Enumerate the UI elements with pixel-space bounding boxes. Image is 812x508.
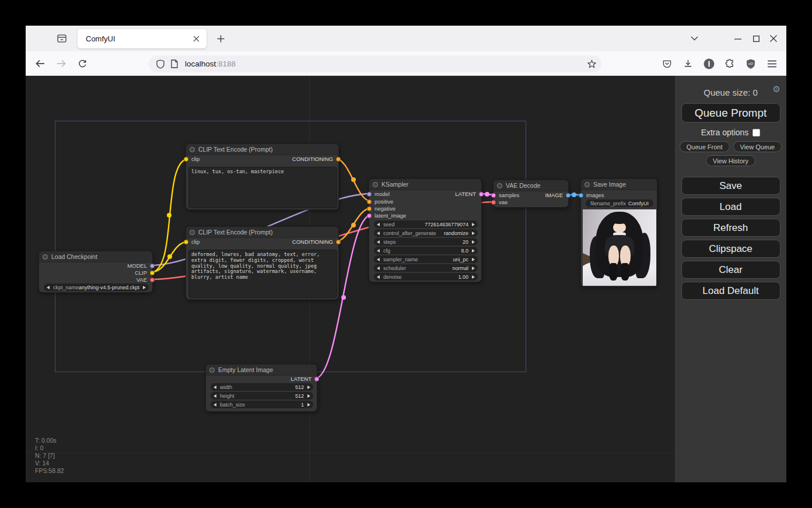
page-info-icon[interactable] — [167, 57, 181, 71]
decrement-arrow-icon[interactable] — [377, 258, 380, 261]
clear-button[interactable]: Clear — [681, 261, 780, 279]
decrement-arrow-icon[interactable] — [47, 286, 50, 289]
node-title[interactable]: CLIP Text Encode (Prompt) — [186, 144, 338, 155]
input-slot-latent-image[interactable]: latent_image — [374, 212, 406, 219]
queue-prompt-button[interactable]: Queue Prompt — [681, 103, 780, 122]
slot-dot[interactable] — [336, 157, 341, 162]
widget-width[interactable]: width512 — [211, 383, 313, 391]
decrement-arrow-icon[interactable] — [214, 403, 216, 407]
window-minimize-icon[interactable] — [730, 30, 746, 47]
decrement-arrow-icon[interactable] — [377, 275, 380, 279]
load-default-button[interactable]: Load Default — [681, 282, 780, 300]
pocket-icon[interactable] — [659, 55, 675, 72]
node-title[interactable]: Load Checkpoint — [39, 251, 152, 262]
queue-front-button[interactable]: Queue Front — [680, 141, 730, 152]
save-button[interactable]: Save — [681, 177, 780, 195]
widget-scheduler[interactable]: schedulernormal — [374, 264, 478, 272]
collapse-dot-icon[interactable] — [373, 182, 378, 187]
input-slot-positive[interactable]: positive — [374, 198, 393, 205]
input-slot-model[interactable]: model — [374, 191, 390, 198]
load-button[interactable]: Load — [681, 198, 780, 216]
tab-close-icon[interactable] — [189, 32, 203, 46]
tab-list-chevron-icon[interactable] — [686, 30, 702, 47]
shield-permissions-icon[interactable] — [153, 57, 167, 71]
decrement-arrow-icon[interactable] — [214, 386, 216, 389]
window-close-icon[interactable] — [765, 30, 782, 47]
node-load-checkpoint[interactable]: Load Checkpoint MODEL CLIP VAE ckpt_name… — [38, 251, 153, 293]
comfyui-graph-canvas[interactable]: Load Checkpoint MODEL CLIP VAE ckpt_name… — [26, 76, 675, 482]
forward-icon[interactable] — [53, 55, 69, 72]
download-icon[interactable] — [680, 55, 696, 72]
ublock-shield-icon[interactable]: uO — [743, 55, 759, 72]
increment-arrow-icon[interactable] — [307, 394, 310, 398]
slot-dot[interactable] — [491, 193, 496, 198]
slot-dot[interactable] — [150, 278, 155, 282]
generated-image-preview[interactable] — [583, 209, 656, 286]
collapse-dot-icon[interactable] — [497, 183, 502, 188]
input-slot-negative[interactable]: negative — [374, 205, 396, 212]
collapse-dot-icon[interactable] — [584, 182, 590, 187]
slot-dot[interactable] — [184, 240, 188, 244]
slot-dot[interactable] — [367, 192, 372, 197]
node-title[interactable]: Empty Latent Image — [206, 365, 317, 376]
back-icon[interactable] — [32, 55, 48, 72]
decrement-arrow-icon[interactable] — [377, 232, 380, 235]
decrement-arrow-icon[interactable] — [377, 267, 380, 270]
node-clip-text-encode-negative[interactable]: CLIP Text Encode (Prompt) clip CONDITION… — [186, 226, 339, 300]
increment-arrow-icon[interactable] — [472, 275, 475, 279]
node-save-image[interactable]: Save Image images filename_prefix ComfyU… — [580, 178, 657, 287]
slot-dot[interactable] — [479, 192, 484, 197]
increment-arrow-icon[interactable] — [472, 249, 475, 253]
increment-arrow-icon[interactable] — [307, 403, 310, 407]
collapse-dot-icon[interactable] — [190, 147, 195, 152]
extra-options-checkbox[interactable] — [752, 129, 760, 136]
increment-arrow-icon[interactable] — [307, 386, 310, 389]
slot-dot[interactable] — [367, 213, 372, 218]
extensions-puzzle-icon[interactable] — [722, 55, 738, 72]
collapse-dot-icon[interactable] — [43, 254, 48, 260]
widget-filename-prefix[interactable]: filename_prefix ComfyUI — [586, 199, 653, 207]
output-slot-clip[interactable]: CLIP — [135, 269, 147, 276]
slot-dot[interactable] — [491, 200, 496, 205]
node-title[interactable]: CLIP Text Encode (Prompt) — [186, 227, 338, 238]
slot-dot[interactable] — [336, 240, 341, 244]
increment-arrow-icon[interactable] — [472, 267, 475, 270]
extension-badge-icon[interactable] — [701, 55, 717, 72]
input-slot-images[interactable]: images — [586, 192, 604, 199]
negative-prompt-textarea[interactable]: deformed, lowres, bad anatomy, text, err… — [188, 250, 337, 298]
collapse-dot-icon[interactable] — [190, 230, 195, 235]
widget-cfg[interactable]: cfg8.0 — [374, 247, 478, 254]
collapse-dot-icon[interactable] — [209, 367, 215, 373]
node-vae-decode[interactable]: VAE Decode samples vae IMAGE — [493, 180, 569, 208]
decrement-arrow-icon[interactable] — [214, 394, 216, 398]
increment-arrow-icon[interactable] — [472, 240, 475, 244]
firefox-view-icon[interactable] — [54, 30, 70, 47]
url-bar[interactable]: localhost:8188 — [149, 55, 601, 72]
widget-height[interactable]: height512 — [211, 392, 313, 400]
slot-dot[interactable] — [314, 377, 319, 381]
output-slot-latent[interactable]: LATENT — [455, 191, 476, 198]
decrement-arrow-icon[interactable] — [377, 223, 380, 226]
slot-dot[interactable] — [150, 264, 155, 268]
input-slot-samples[interactable]: samples — [499, 192, 519, 199]
increment-arrow-icon[interactable] — [143, 286, 146, 289]
increment-arrow-icon[interactable] — [472, 223, 475, 226]
slot-dot[interactable] — [367, 199, 372, 204]
input-slot-clip[interactable]: clip — [191, 239, 200, 246]
node-clip-text-encode-positive[interactable]: CLIP Text Encode (Prompt) clip CONDITION… — [186, 143, 339, 210]
node-title[interactable]: Save Image — [581, 179, 657, 190]
output-slot-vae[interactable]: VAE — [136, 276, 147, 283]
output-slot-model[interactable]: MODEL — [127, 262, 147, 269]
decrement-arrow-icon[interactable] — [377, 249, 380, 253]
node-title[interactable]: KSampler — [369, 179, 481, 190]
input-slot-clip[interactable]: clip — [191, 156, 200, 163]
widget-sampler-name[interactable]: sampler_nameuni_pc — [374, 255, 478, 263]
bookmark-star-icon[interactable] — [584, 57, 599, 72]
output-slot-latent[interactable]: LATENT — [290, 376, 312, 383]
slot-dot[interactable] — [184, 157, 188, 162]
increment-arrow-icon[interactable] — [472, 258, 475, 261]
decrement-arrow-icon[interactable] — [377, 240, 380, 244]
refresh-button[interactable]: Refresh — [681, 219, 780, 237]
slot-dot[interactable] — [150, 271, 155, 275]
new-tab-icon[interactable] — [212, 30, 229, 47]
